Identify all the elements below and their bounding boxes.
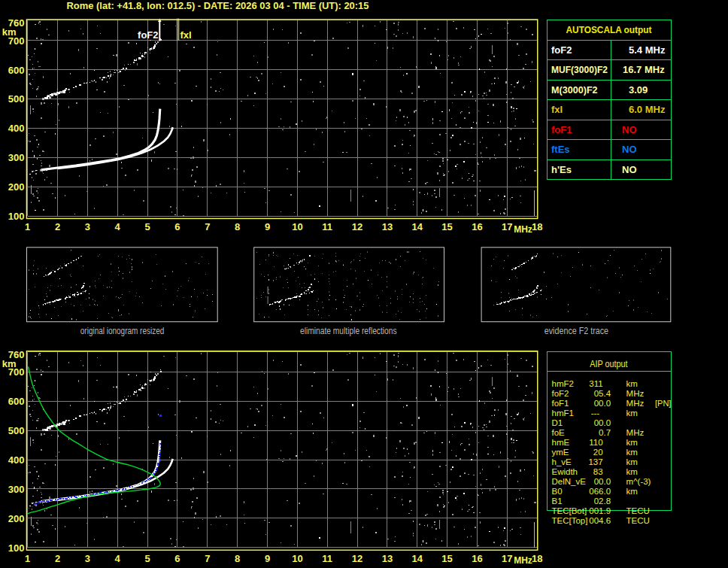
- svg-text:5: 5: [144, 221, 150, 232]
- svg-text:NO: NO: [622, 164, 637, 175]
- svg-text:---: ---: [591, 409, 600, 418]
- svg-text:16.7 MHz: 16.7 MHz: [623, 64, 665, 75]
- svg-text:4: 4: [115, 221, 121, 232]
- svg-text:500: 500: [8, 93, 25, 105]
- svg-text:83: 83: [593, 467, 603, 476]
- svg-text:AIP output: AIP output: [590, 359, 628, 369]
- svg-text:5.4 MHz: 5.4 MHz: [629, 44, 666, 56]
- svg-text:700: 700: [8, 366, 25, 378]
- svg-text:5: 5: [144, 553, 150, 564]
- svg-text:B1: B1: [552, 497, 563, 506]
- svg-text:MUF(3000)F2: MUF(3000)F2: [551, 64, 608, 75]
- svg-text:066.0: 066.0: [589, 487, 611, 496]
- svg-text:16: 16: [472, 553, 482, 564]
- svg-text:13: 13: [382, 221, 393, 232]
- svg-text:MHz: MHz: [514, 224, 532, 235]
- svg-text:11: 11: [322, 221, 332, 232]
- svg-text:Ewidth: Ewidth: [552, 467, 578, 476]
- svg-text:16: 16: [472, 221, 482, 232]
- svg-text:MHz: MHz: [626, 389, 645, 398]
- svg-text:11: 11: [322, 553, 332, 564]
- svg-text:foF1: foF1: [551, 124, 572, 135]
- svg-text:km: km: [626, 448, 638, 457]
- svg-text:ymE: ymE: [552, 448, 569, 457]
- svg-text:3.09: 3.09: [629, 84, 648, 96]
- svg-text:00.0: 00.0: [594, 477, 611, 486]
- svg-text:8: 8: [235, 221, 240, 232]
- svg-text:km: km: [626, 457, 638, 466]
- svg-text:MHz: MHz: [626, 428, 645, 437]
- svg-text:9: 9: [265, 553, 270, 564]
- svg-text:600: 600: [8, 396, 25, 407]
- svg-text:foF2: foF2: [551, 44, 572, 56]
- svg-text:200: 200: [8, 513, 25, 524]
- svg-text:1: 1: [25, 553, 30, 564]
- svg-text:18: 18: [532, 553, 542, 564]
- svg-text:004.6: 004.6: [589, 516, 611, 525]
- svg-text:12: 12: [352, 221, 362, 232]
- svg-text:12: 12: [352, 553, 362, 564]
- svg-text:foE: foE: [552, 428, 566, 437]
- svg-text:TEC[Top]: TEC[Top]: [552, 516, 588, 525]
- svg-text:7: 7: [205, 221, 210, 232]
- svg-text:MHz: MHz: [626, 399, 645, 408]
- svg-text:DelN_vE: DelN_vE: [552, 477, 587, 486]
- svg-text:foF2: foF2: [552, 389, 569, 398]
- svg-text:original ionogram resized: original ionogram resized: [80, 326, 165, 336]
- svg-text:18: 18: [532, 221, 542, 232]
- svg-text:001.9: 001.9: [589, 506, 611, 515]
- svg-text:100: 100: [8, 542, 25, 554]
- svg-text:evidence F2 trace: evidence F2 trace: [544, 326, 608, 336]
- svg-text:600: 600: [8, 65, 25, 76]
- svg-text:h'Es: h'Es: [551, 164, 572, 175]
- svg-text:7: 7: [205, 553, 210, 564]
- svg-text:4: 4: [115, 553, 121, 564]
- svg-text:400: 400: [8, 123, 25, 134]
- svg-text:1: 1: [25, 221, 30, 232]
- svg-text:km: km: [626, 467, 638, 476]
- svg-text:hmF2: hmF2: [552, 379, 574, 388]
- svg-text:NO: NO: [622, 144, 637, 155]
- svg-text:02.8: 02.8: [594, 497, 611, 506]
- svg-text:M(3000)F2: M(3000)F2: [551, 84, 598, 96]
- svg-text:13: 13: [382, 553, 393, 564]
- svg-text:200: 200: [8, 181, 25, 193]
- svg-text:foF2: foF2: [138, 29, 158, 41]
- svg-text:05.4: 05.4: [594, 389, 611, 398]
- svg-text:500: 500: [8, 425, 25, 436]
- svg-text:Rome (lat: +41.8, lon: 012.5): Rome (lat: +41.8, lon: 012.5) - DATE: 20…: [67, 0, 369, 11]
- svg-text:TECU: TECU: [626, 506, 650, 515]
- svg-text:14: 14: [412, 553, 423, 564]
- svg-text:15: 15: [441, 221, 452, 232]
- svg-text:6: 6: [174, 553, 180, 564]
- svg-text:137: 137: [588, 457, 602, 466]
- svg-text:110: 110: [589, 438, 602, 447]
- svg-text:2: 2: [55, 221, 60, 232]
- svg-text:17: 17: [502, 553, 512, 564]
- svg-text:km: km: [626, 438, 638, 447]
- svg-text:2: 2: [55, 553, 60, 564]
- svg-text:3: 3: [85, 221, 90, 232]
- svg-text:AUTOSCALA output: AUTOSCALA output: [566, 24, 653, 35]
- svg-text:km: km: [626, 379, 638, 388]
- svg-text:NO: NO: [622, 124, 637, 135]
- svg-text:15: 15: [441, 553, 452, 564]
- svg-text:hmF1: hmF1: [552, 409, 574, 418]
- svg-text:10: 10: [292, 221, 302, 232]
- svg-text:6: 6: [174, 221, 180, 232]
- svg-text:0.7: 0.7: [599, 428, 611, 437]
- svg-text:h_vE: h_vE: [552, 457, 572, 466]
- svg-text:TECU: TECU: [626, 516, 650, 525]
- svg-text:300: 300: [8, 484, 25, 495]
- svg-text:km: km: [626, 409, 638, 418]
- svg-text:10: 10: [292, 553, 302, 564]
- svg-text:fxI: fxI: [551, 104, 563, 115]
- svg-text:3: 3: [85, 553, 90, 564]
- svg-text:6.0 MHz: 6.0 MHz: [629, 104, 666, 115]
- svg-text:17: 17: [502, 221, 512, 232]
- svg-text:MHz: MHz: [514, 555, 532, 566]
- svg-text:8: 8: [235, 553, 240, 564]
- svg-text:eliminate multiple reflections: eliminate multiple reflections: [300, 326, 397, 336]
- svg-text:ftEs: ftEs: [551, 144, 570, 155]
- svg-text:[PN]: [PN]: [655, 399, 671, 408]
